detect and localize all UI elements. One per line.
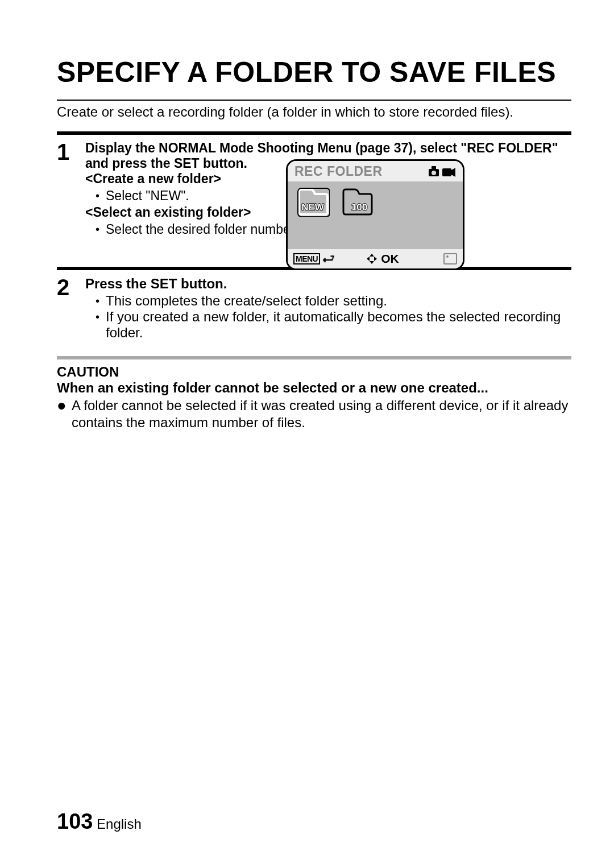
step-2-body: Press the SET button. •This completes th…	[85, 276, 571, 342]
caution-title: CAUTION	[57, 364, 571, 380]
svg-marker-8	[367, 257, 370, 261]
menu-label: MENU	[293, 253, 320, 264]
bullet-text: If you created a new folder, it automati…	[106, 309, 571, 341]
ok-group: OK	[366, 252, 399, 266]
caution-subtitle: When an existing folder cannot be select…	[57, 380, 571, 396]
step-2-head: Press the SET button.	[85, 276, 227, 291]
folder-label: NEW	[296, 202, 330, 213]
mode-icons	[428, 165, 456, 177]
divider	[57, 131, 571, 135]
bullet-icon: •	[96, 188, 106, 204]
svg-marker-6	[370, 254, 374, 257]
ok-label: OK	[381, 252, 399, 266]
svg-marker-7	[370, 261, 374, 264]
divider	[57, 100, 571, 101]
bullet-text: A folder cannot be selected if it was cr…	[72, 397, 571, 431]
divider-gray	[57, 356, 571, 359]
lcd-screenshot: REC FOLDER	[286, 159, 464, 270]
page-number: 103	[57, 809, 93, 833]
lcd-header: REC FOLDER	[288, 161, 463, 181]
sd-card-icon	[443, 253, 457, 264]
svg-rect-1	[432, 166, 436, 170]
folder-100: 100	[340, 187, 374, 217]
folder-label: 100	[345, 202, 374, 213]
card-icon-wrap	[443, 253, 457, 264]
bullet-icon: •	[96, 221, 106, 237]
svg-point-2	[432, 171, 436, 175]
bullet-list: ●A folder cannot be selected if it was c…	[57, 397, 571, 431]
step-number: 1	[57, 140, 85, 163]
bullet-text: This completes the create/select folder …	[106, 293, 571, 309]
caution-block: CAUTION When an existing folder cannot b…	[57, 364, 571, 431]
manual-page: SPECIFY A FOLDER TO SAVE FILES Create or…	[0, 0, 614, 868]
page-footer: 103 English	[57, 809, 142, 834]
page-language: English	[97, 816, 142, 832]
return-icon: ⮐	[322, 251, 335, 266]
step-number: 2	[57, 276, 85, 299]
intro-text: Create or select a recording folder (a f…	[57, 104, 571, 120]
lcd-body: NEW 100	[288, 181, 463, 249]
bullet-list: •This completes the create/select folder…	[96, 293, 571, 341]
bullet-icon: ●	[57, 397, 72, 414]
svg-rect-3	[442, 168, 451, 176]
bullet-icon: •	[96, 293, 106, 309]
step-2: 2 Press the SET button. •This completes …	[57, 276, 571, 342]
lcd-title: REC FOLDER	[294, 164, 383, 179]
dpad-icon	[366, 253, 377, 264]
bullet-icon: •	[96, 309, 106, 325]
lcd-footer: MENU ⮐ OK	[288, 249, 463, 268]
svg-marker-9	[374, 257, 377, 261]
folder-new: NEW	[296, 187, 330, 217]
svg-marker-4	[451, 168, 455, 177]
lcd-screen: REC FOLDER	[286, 159, 464, 270]
page-title: SPECIFY A FOLDER TO SAVE FILES	[57, 57, 571, 88]
